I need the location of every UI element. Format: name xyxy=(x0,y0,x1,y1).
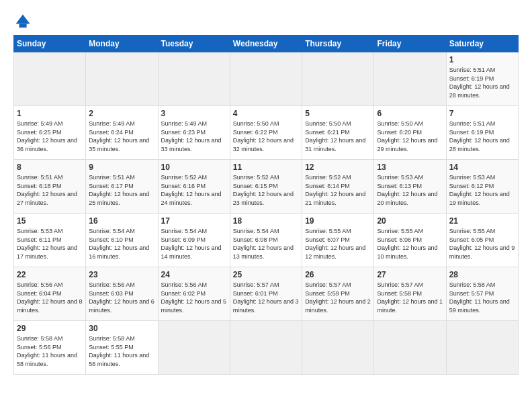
calendar-cell: 22Sunrise: 5:56 AMSunset: 6:04 PMDayligh… xyxy=(14,267,86,321)
calendar-cell xyxy=(158,321,230,375)
calendar-cell: 5Sunrise: 5:50 AMSunset: 6:21 PMDaylight… xyxy=(302,106,374,160)
day-number: 20 xyxy=(377,216,443,226)
calendar-cell xyxy=(446,321,518,375)
day-number: 10 xyxy=(161,163,227,172)
day-number: 17 xyxy=(161,216,227,226)
calendar-cell: 8Sunrise: 5:51 AMSunset: 6:18 PMDaylight… xyxy=(14,160,86,214)
day-info: Sunrise: 5:52 AMSunset: 6:15 PMDaylight:… xyxy=(233,173,299,207)
day-info: Sunrise: 5:54 AMSunset: 6:09 PMDaylight:… xyxy=(161,227,227,261)
svg-marker-0 xyxy=(16,15,30,24)
calendar-cell: 14Sunrise: 5:53 AMSunset: 6:12 PMDayligh… xyxy=(446,160,518,214)
day-info: Sunrise: 5:49 AMSunset: 6:24 PMDaylight:… xyxy=(89,120,154,153)
calendar-week-2: 8Sunrise: 5:51 AMSunset: 6:18 PMDaylight… xyxy=(14,160,519,214)
header-day-sunday: Sunday xyxy=(14,36,86,52)
day-number: 13 xyxy=(377,163,443,172)
day-info: Sunrise: 5:55 AMSunset: 6:05 PMDaylight:… xyxy=(449,227,515,261)
day-number: 2 xyxy=(89,109,154,118)
logo-icon xyxy=(13,12,32,31)
day-info: Sunrise: 5:49 AMSunset: 6:25 PMDaylight:… xyxy=(17,120,83,153)
day-info: Sunrise: 5:53 AMSunset: 6:13 PMDaylight:… xyxy=(377,173,443,207)
calendar-cell xyxy=(14,52,86,106)
calendar-cell: 23Sunrise: 5:56 AMSunset: 6:03 PMDayligh… xyxy=(86,267,158,321)
day-info: Sunrise: 5:55 AMSunset: 6:07 PMDaylight:… xyxy=(305,227,371,261)
day-info: Sunrise: 5:56 AMSunset: 6:04 PMDaylight:… xyxy=(17,281,83,314)
logo xyxy=(13,12,35,31)
calendar-cell xyxy=(302,321,374,375)
calendar-week-3: 15Sunrise: 5:53 AMSunset: 6:11 PMDayligh… xyxy=(14,214,519,267)
day-number: 14 xyxy=(449,163,515,172)
day-info: Sunrise: 5:57 AMSunset: 6:01 PMDaylight:… xyxy=(233,281,299,314)
header-day-monday: Monday xyxy=(86,36,158,52)
calendar-cell: 1Sunrise: 5:51 AMSunset: 6:19 PMDaylight… xyxy=(446,52,518,106)
calendar-cell: 10Sunrise: 5:52 AMSunset: 6:16 PMDayligh… xyxy=(158,160,230,214)
day-number: 16 xyxy=(89,216,154,226)
calendar-header: SundayMondayTuesdayWednesdayThursdayFrid… xyxy=(14,36,519,52)
calendar-cell: 3Sunrise: 5:49 AMSunset: 6:23 PMDaylight… xyxy=(158,106,230,160)
day-number: 25 xyxy=(233,270,299,279)
day-info: Sunrise: 5:50 AMSunset: 6:22 PMDaylight:… xyxy=(233,120,299,153)
header-row xyxy=(13,12,519,31)
day-info: Sunrise: 5:51 AMSunset: 6:18 PMDaylight:… xyxy=(17,173,83,207)
calendar-cell xyxy=(230,321,302,375)
calendar-cell xyxy=(158,52,230,106)
calendar-cell: 28Sunrise: 5:58 AMSunset: 5:57 PMDayligh… xyxy=(446,267,518,321)
calendar-cell: 29Sunrise: 5:58 AMSunset: 5:56 PMDayligh… xyxy=(14,321,86,375)
calendar-body: 1Sunrise: 5:51 AMSunset: 6:19 PMDaylight… xyxy=(14,52,519,375)
calendar-cell: 9Sunrise: 5:51 AMSunset: 6:17 PMDaylight… xyxy=(86,160,158,214)
calendar-week-1: 1Sunrise: 5:49 AMSunset: 6:25 PMDaylight… xyxy=(14,106,519,160)
day-info: Sunrise: 5:53 AMSunset: 6:11 PMDaylight:… xyxy=(17,227,83,261)
calendar-cell: 12Sunrise: 5:52 AMSunset: 6:14 PMDayligh… xyxy=(302,160,374,214)
day-info: Sunrise: 5:54 AMSunset: 6:10 PMDaylight:… xyxy=(89,227,154,261)
day-number: 21 xyxy=(449,216,515,226)
day-info: Sunrise: 5:53 AMSunset: 6:12 PMDaylight:… xyxy=(449,173,515,207)
day-number: 15 xyxy=(17,216,83,226)
calendar-cell xyxy=(374,52,446,106)
calendar-cell: 26Sunrise: 5:57 AMSunset: 5:59 PMDayligh… xyxy=(302,267,374,321)
header-day-thursday: Thursday xyxy=(302,36,374,52)
day-number: 26 xyxy=(305,270,371,279)
calendar-cell: 15Sunrise: 5:53 AMSunset: 6:11 PMDayligh… xyxy=(14,214,86,267)
day-number: 1 xyxy=(17,109,83,118)
day-number: 8 xyxy=(17,163,83,172)
day-number: 23 xyxy=(89,270,154,279)
calendar-cell xyxy=(86,52,158,106)
day-number: 9 xyxy=(89,163,154,172)
day-info: Sunrise: 5:54 AMSunset: 6:08 PMDaylight:… xyxy=(233,227,299,261)
day-info: Sunrise: 5:51 AMSunset: 6:19 PMDaylight:… xyxy=(449,66,515,99)
calendar-cell: 11Sunrise: 5:52 AMSunset: 6:15 PMDayligh… xyxy=(230,160,302,214)
calendar-week-4: 22Sunrise: 5:56 AMSunset: 6:04 PMDayligh… xyxy=(14,267,519,321)
calendar-cell: 30Sunrise: 5:58 AMSunset: 5:55 PMDayligh… xyxy=(86,321,158,375)
header-day-wednesday: Wednesday xyxy=(230,36,302,52)
day-number: 7 xyxy=(449,109,515,118)
day-number: 18 xyxy=(233,216,299,226)
svg-rect-1 xyxy=(19,24,26,28)
page-container: SundayMondayTuesdayWednesdayThursdayFrid… xyxy=(0,0,532,381)
day-number: 22 xyxy=(17,270,83,279)
calendar-cell: 21Sunrise: 5:55 AMSunset: 6:05 PMDayligh… xyxy=(446,214,518,267)
calendar-cell: 24Sunrise: 5:56 AMSunset: 6:02 PMDayligh… xyxy=(158,267,230,321)
header-day-tuesday: Tuesday xyxy=(158,36,230,52)
calendar-cell: 18Sunrise: 5:54 AMSunset: 6:08 PMDayligh… xyxy=(230,214,302,267)
day-number: 3 xyxy=(161,109,227,118)
calendar-cell: 19Sunrise: 5:55 AMSunset: 6:07 PMDayligh… xyxy=(302,214,374,267)
day-info: Sunrise: 5:58 AMSunset: 5:56 PMDaylight:… xyxy=(17,334,83,368)
day-info: Sunrise: 5:51 AMSunset: 6:19 PMDaylight:… xyxy=(449,120,515,153)
calendar-cell: 1Sunrise: 5:49 AMSunset: 6:25 PMDaylight… xyxy=(14,106,86,160)
day-info: Sunrise: 5:52 AMSunset: 6:14 PMDaylight:… xyxy=(305,173,371,207)
calendar-cell: 27Sunrise: 5:57 AMSunset: 5:58 PMDayligh… xyxy=(374,267,446,321)
calendar-cell: 2Sunrise: 5:49 AMSunset: 6:24 PMDaylight… xyxy=(86,106,158,160)
calendar-week-0: 1Sunrise: 5:51 AMSunset: 6:19 PMDaylight… xyxy=(14,52,519,106)
calendar-cell: 13Sunrise: 5:53 AMSunset: 6:13 PMDayligh… xyxy=(374,160,446,214)
calendar-cell: 16Sunrise: 5:54 AMSunset: 6:10 PMDayligh… xyxy=(86,214,158,267)
day-info: Sunrise: 5:50 AMSunset: 6:21 PMDaylight:… xyxy=(305,120,371,153)
day-number: 5 xyxy=(305,109,371,118)
day-info: Sunrise: 5:51 AMSunset: 6:17 PMDaylight:… xyxy=(89,173,154,207)
day-info: Sunrise: 5:49 AMSunset: 6:23 PMDaylight:… xyxy=(161,120,227,153)
day-info: Sunrise: 5:50 AMSunset: 6:20 PMDaylight:… xyxy=(377,120,443,153)
calendar-cell: 7Sunrise: 5:51 AMSunset: 6:19 PMDaylight… xyxy=(446,106,518,160)
calendar-cell xyxy=(374,321,446,375)
header-row-days: SundayMondayTuesdayWednesdayThursdayFrid… xyxy=(14,36,519,52)
day-number: 12 xyxy=(305,163,371,172)
day-number: 19 xyxy=(305,216,371,226)
calendar-cell: 6Sunrise: 5:50 AMSunset: 6:20 PMDaylight… xyxy=(374,106,446,160)
